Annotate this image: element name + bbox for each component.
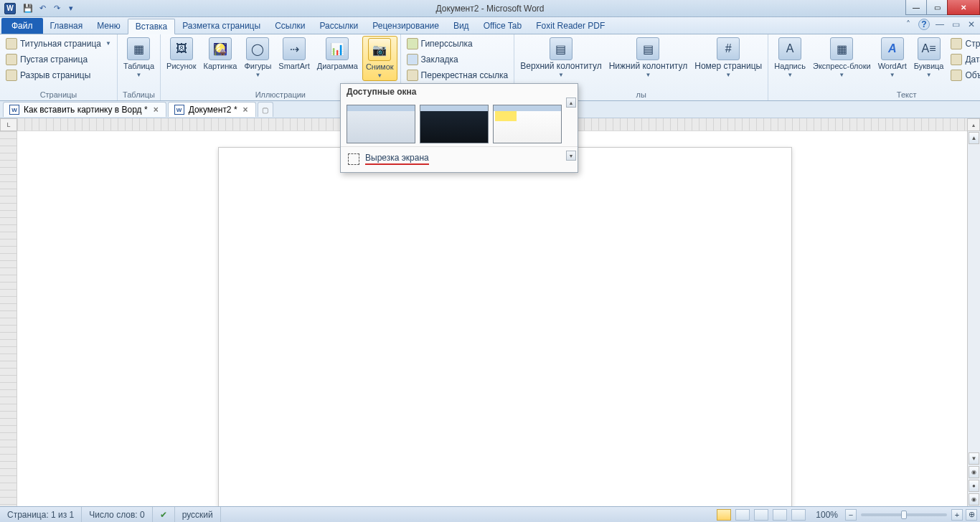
doc-close-button[interactable]: ✕ [966,19,977,30]
help-button[interactable]: ? [918,19,930,30]
status-language[interactable]: русский [175,507,221,522]
shapes-button[interactable]: ◯Фигуры▼ [241,36,274,80]
browse-object-button[interactable]: ● [969,480,979,492]
window-thumbnail-3[interactable] [493,105,562,143]
save-button[interactable]: 💾 [22,2,34,15]
qat-dropdown[interactable]: ▾ [65,2,77,15]
ruler-toggle[interactable]: ▴ [967,118,980,131]
vertical-scrollbar[interactable]: ▲ ▼ ◉ ● ◉ [967,131,980,506]
minimize-button[interactable]: — [905,0,927,15]
tab-view[interactable]: Вид [446,18,476,34]
ribbon-controls: ˄ ? — ▭ ✕ [903,19,977,30]
new-document-tab[interactable]: ▢ [258,102,273,117]
window-thumbnail-1[interactable] [347,105,415,143]
signature-line-button[interactable]: Строка подписи▼ [948,36,980,51]
label: Номер страницы [694,62,762,70]
wordart-button[interactable]: AWordArt▼ [875,36,910,80]
table-button[interactable]: ▦ Таблица ▼ [121,36,157,80]
object-button[interactable]: Объект▼ [948,67,980,82]
screenshot-button[interactable]: 📷Снимок▼ [362,36,397,81]
tab-home[interactable]: Главная [43,18,90,34]
close-tab-icon[interactable]: × [152,105,160,115]
maximize-button[interactable]: ▭ [926,0,948,15]
document-tab-2[interactable]: W Документ2 * × [168,102,256,117]
group-tables: ▦ Таблица ▼ Таблицы [118,34,161,100]
datetime-button[interactable]: Дата и время [948,52,980,67]
cover-page-button[interactable]: Титульная страница▼ [3,36,114,51]
smartart-button[interactable]: ⇢SmartArt [275,36,312,72]
view-full-screen[interactable] [735,509,750,521]
tab-menu[interactable]: Меню [90,18,127,34]
page-break-button[interactable]: Разрыв страницы [3,67,114,82]
group-pages: Титульная страница▼ Пустая страница Разр… [0,34,118,100]
bookmark-button[interactable]: Закладка [404,52,512,67]
document-area: ▲ ▼ ◉ ● ◉ [0,131,980,506]
tab-review[interactable]: Рецензирование [365,18,446,34]
wordart-icon: A [881,37,904,60]
quickparts-button[interactable]: ▦Экспресс-блоки▼ [810,36,874,80]
chart-icon: 📊 [326,37,349,60]
tab-page-layout[interactable]: Разметка страницы [175,18,268,34]
scroll-track[interactable] [968,145,980,452]
scroll-down-button[interactable]: ▼ [969,452,979,465]
zoom-level[interactable]: 100% [809,507,845,522]
footer-button[interactable]: ▤Нижний колонтитул▼ [606,36,691,80]
document-canvas[interactable] [17,131,967,506]
window-thumbnail-2[interactable] [420,105,489,143]
close-button[interactable]: ✕ [947,0,980,15]
smartart-icon: ⇢ [283,37,306,60]
document-tab-1[interactable]: W Как вставить картинку в Ворд * × [3,102,166,117]
tab-mailings[interactable]: Рассылки [312,18,365,34]
gallery-spin-down[interactable]: ▼ [566,151,576,161]
scroll-up-button[interactable]: ▲ [969,132,979,144]
dropcap-button[interactable]: A≡Буквица▼ [911,36,947,80]
file-tab[interactable]: Файл [1,18,43,34]
hyperlink-button[interactable]: Гиперссылка [404,36,512,51]
zoom-slider-knob[interactable] [901,511,907,519]
header-button[interactable]: ▤Верхний колонтитул▼ [517,36,604,80]
tab-office-tab[interactable]: Office Tab [476,18,529,34]
tab-selector[interactable]: L [0,118,17,131]
label: SmartArt [278,62,309,70]
blank-page-button[interactable]: Пустая страница [3,52,114,67]
footer-icon: ▤ [636,37,659,60]
status-page[interactable]: Страница: 1 из 1 [0,507,82,522]
zoom-slider[interactable] [861,513,947,516]
label: Снимок [366,62,394,71]
clipart-button[interactable]: 🎑Картинка [201,36,240,72]
doc-minimize-button[interactable]: — [934,19,946,30]
tab-insert[interactable]: Вставка [128,19,176,34]
screenshot-icon: 📷 [368,38,391,61]
prev-page-button[interactable]: ◉ [969,466,979,478]
chevron-down-icon: ▼ [136,72,142,78]
page-number-button[interactable]: #Номер страницы▼ [692,36,765,80]
textbox-button[interactable]: AНадпись▼ [771,36,809,80]
status-word-count[interactable]: Число слов: 0 [82,507,152,522]
next-page-button[interactable]: ◉ [969,493,979,506]
zoom-in-button[interactable]: + [951,509,963,521]
gallery-spin-up[interactable]: ▲ [566,98,576,108]
view-draft[interactable] [791,509,806,521]
tab-foxit-pdf[interactable]: Foxit Reader PDF [529,18,612,34]
zoom-out-button[interactable]: − [845,509,857,521]
table-icon: ▦ [127,37,150,60]
label: Разрыв страницы [20,70,90,80]
view-outline[interactable] [773,509,787,521]
tab-references[interactable]: Ссылки [268,18,312,34]
vertical-ruler[interactable] [0,131,17,506]
redo-button[interactable]: ↷ [50,2,63,15]
zoom-dialog-button[interactable]: ⊕ [966,509,977,521]
word-doc-icon: W [9,105,19,115]
crossref-button[interactable]: Перекрестная ссылка [404,67,512,82]
doc-restore-button[interactable]: ▭ [950,19,961,30]
chart-button[interactable]: 📊Диаграмма [314,36,361,72]
view-print-layout[interactable] [717,509,731,521]
picture-button[interactable]: 🖼Рисунок [164,36,199,72]
datetime-icon [951,54,962,65]
undo-button[interactable]: ↶ [36,2,49,15]
screen-clipping-item[interactable]: Вырезка экрана [341,146,578,172]
status-proofing[interactable]: ✔ [153,507,175,522]
close-tab-icon[interactable]: × [242,105,250,115]
view-web-layout[interactable] [754,509,768,521]
minimize-ribbon-button[interactable]: ˄ [903,19,914,30]
